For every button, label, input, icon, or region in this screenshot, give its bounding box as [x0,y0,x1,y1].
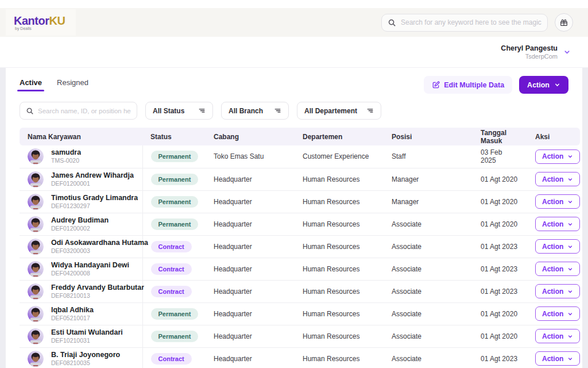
row-action-button[interactable]: Action [535,150,580,164]
employee-id: DEF08210013 [51,292,144,300]
filter-all-status[interactable]: All Status [145,102,213,120]
row-action-button[interactable]: Action [535,239,580,254]
status-badge: Permanent [151,196,199,208]
branch-cell: Headquarter [206,347,295,368]
col-tanggal-masuk: Tanggal Masuk [473,128,527,145]
row-action-label: Action [542,175,563,183]
row-action-button[interactable]: Action [535,306,580,321]
status-badge: Contract [151,353,192,365]
chevron-down-icon [567,177,573,182]
row-action-button[interactable]: Action [535,351,580,366]
table-row: Widya Handayani Dewi DEF04200008 Contrac… [20,258,580,280]
row-action-button[interactable]: Action [535,172,580,186]
edit-multiple-data-button[interactable]: Edit Multiple Data [424,76,512,94]
table-row: Iqbal Adhika DEF05210017 Permanent Headq… [20,302,580,325]
chevron-down-icon [567,154,573,159]
status-badge: Contract [151,286,192,297]
department-cell: Human Resources [295,235,384,258]
filter-all-branch[interactable]: All Branch [221,102,289,120]
position-cell: Associate [384,280,473,302]
employee-id: DEF03200003 [51,247,148,255]
chevron-down-icon [567,334,573,339]
table-search-input[interactable] [38,108,131,114]
gift-icon [559,18,568,27]
table-row: samudra TMS-0020 Permanent Toko Emas Sat… [20,145,580,168]
department-cell: Human Resources [295,190,384,213]
row-action-button[interactable]: Action [535,217,580,231]
status-badge: Permanent [151,308,199,320]
brand-logo[interactable]: KantorKU by Dealls [6,9,76,36]
bulk-action-button[interactable]: Action [519,76,568,94]
user-menu[interactable]: Cheryl Pangestu TsderpCom [501,44,571,60]
branch-cell: Headquarter [206,302,295,325]
branch-cell: Headquarter [206,280,295,302]
employee-id: DEF08210035 [51,359,120,367]
branch-cell: Headquarter [206,213,295,235]
table-body: samudra TMS-0020 Permanent Toko Emas Sat… [20,145,580,368]
col-departemen: Departemen [295,128,384,145]
department-cell: Human Resources [295,347,384,368]
table-row: B. Triaji Joyonegoro DEF08210035 Contrac… [20,347,580,368]
employee-avatar [28,306,44,322]
join-date-cell: 01 Agt 2023 [473,347,527,368]
row-action-button[interactable]: Action [535,194,580,209]
filter-lines-icon [366,107,374,114]
chevron-down-icon [567,244,573,250]
position-cell: Associate [384,235,473,258]
employee-name: Odi Asokawardhana Hutama [51,239,148,247]
brand-logo-accent: KU [49,14,65,27]
filter-lines-icon [274,107,281,114]
position-cell: Associate [384,347,473,368]
employee-name: Esti Utami Wulandari [51,328,123,337]
filter-label: All Departement [304,107,357,115]
global-search-input[interactable] [401,18,541,26]
row-action-label: Action [542,332,563,340]
position-cell: Manager [384,168,473,190]
row-action-label: Action [542,220,563,228]
status-badge: Permanent [151,174,199,185]
row-action-label: Action [542,310,563,318]
row-action-button[interactable]: Action [535,329,580,343]
join-date-cell: 01 Agt 2023 [473,235,527,258]
employee-name: B. Triaji Joyonegoro [51,351,120,359]
row-action-label: Action [542,152,563,160]
table-row: James Andrew Wihardja DEF01200001 Perman… [20,168,580,190]
main-content: Active Resigned Edit Multiple Data Actio… [6,68,582,368]
col-posisi: Posisi [384,128,473,145]
branch-cell: Headquarter [206,235,295,258]
chevron-down-icon[interactable] [563,48,571,56]
row-action-button[interactable]: Action [535,262,580,276]
row-action-button[interactable]: Action [535,284,580,298]
status-badge: Contract [151,263,192,275]
position-cell: Manager [384,190,473,213]
brand-logo-primary: Kantor [14,14,49,27]
col-nama-karyawan: Nama Karyawan [20,128,142,145]
filter-all-departement[interactable]: All Departement [297,102,381,120]
row-action-label: Action [542,288,563,296]
chevron-down-icon [567,221,573,227]
department-cell: Human Resources [295,302,384,325]
app-header: KantorKU by Dealls [0,8,588,37]
edit-icon [432,81,440,89]
join-date-cell: 01 Agt 2023 [473,258,527,280]
employee-name: samudra [51,148,81,157]
employee-avatar [28,194,44,210]
employee-avatar [28,261,44,277]
col-aksi: Aksi [527,128,580,145]
tab-active[interactable]: Active [20,78,42,91]
join-date-cell: 01 Agt 2020 [473,168,527,190]
branch-cell: Headquarter [206,325,295,347]
table-search [20,102,137,120]
employee-name: Audrey Budiman [51,216,109,225]
bulk-action-label: Action [527,81,550,89]
tab-resigned[interactable]: Resigned [57,78,88,91]
gift-button[interactable] [555,13,573,32]
join-date-cell: 01 Agt 2020 [473,302,527,325]
user-name: Cheryl Pangestu [501,44,558,53]
search-icon [388,18,396,27]
search-icon [26,107,34,115]
chevron-down-icon [567,356,573,362]
employee-name: Timotius Grady Limandra [51,194,138,202]
department-cell: Customer Experience [295,145,384,168]
toolbar: Edit Multiple Data Action [424,76,568,94]
